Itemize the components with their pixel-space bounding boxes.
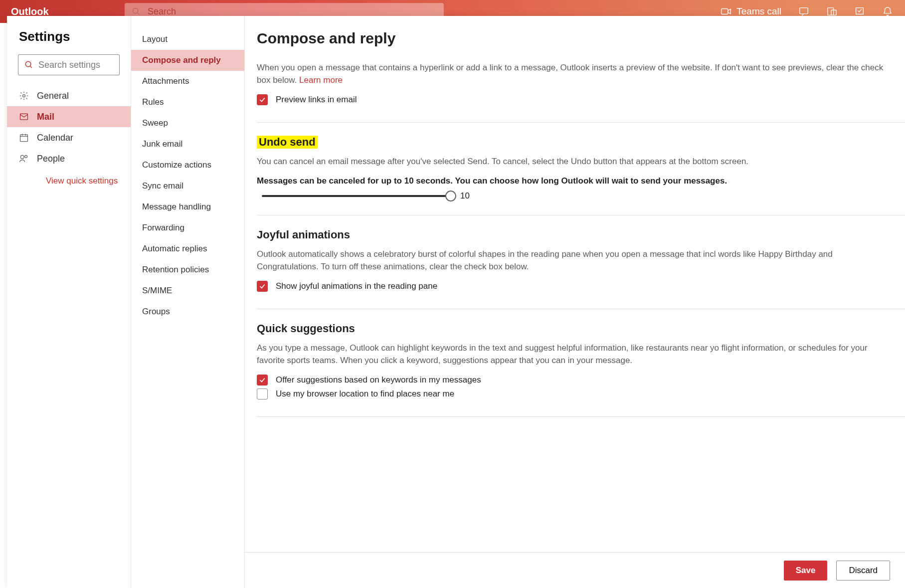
settings-footer: Save Discard <box>245 552 905 588</box>
video-icon <box>721 6 731 17</box>
section-joyful-animations: Joyful animations Outlook automatically … <box>257 228 905 309</box>
svg-point-14 <box>20 155 24 159</box>
subnav-label: S/MIME <box>142 286 172 296</box>
nav-item-calendar[interactable]: Calendar <box>7 127 131 148</box>
undo-send-slider[interactable] <box>262 195 451 197</box>
subnav-label: Message handling <box>142 202 211 212</box>
check-icon <box>259 377 266 384</box>
quick-chk1-label: Offer suggestions based on keywords in m… <box>276 375 481 385</box>
todo-icon[interactable] <box>854 6 865 17</box>
subnav-automatic-replies[interactable]: Automatic replies <box>131 238 244 259</box>
svg-rect-3 <box>800 8 808 14</box>
global-search-placeholder: Search <box>148 6 176 17</box>
section-undo-send: Undo send You can cancel an email messag… <box>257 136 905 215</box>
settings-panel: Settings Search settings General Mail Ca… <box>7 16 905 588</box>
settings-nav-secondary: Layout Compose and reply Attachments Rul… <box>131 16 245 588</box>
nav-item-general[interactable]: General <box>7 85 131 106</box>
subnav-label: Sync email <box>142 181 183 191</box>
undo-send-value: 10 <box>460 191 470 201</box>
settings-search[interactable]: Search settings <box>18 54 120 75</box>
quick-chk1[interactable] <box>257 375 268 386</box>
joyful-checkbox[interactable] <box>257 281 268 292</box>
mail-icon <box>19 112 29 122</box>
subnav-rules[interactable]: Rules <box>131 92 244 113</box>
link-preview-desc-text: When you open a message that contains a … <box>257 63 883 85</box>
subnav-junk-email[interactable]: Junk email <box>131 134 244 155</box>
subnav-sync-email[interactable]: Sync email <box>131 176 244 196</box>
teams-call-label: Teams call <box>736 6 781 17</box>
subnav-label: Customize actions <box>142 160 211 170</box>
subnav-label: Forwarding <box>142 223 184 233</box>
subnav-attachments[interactable]: Attachments <box>131 71 244 92</box>
nav-item-label: People <box>37 154 65 164</box>
subnav-label: Retention policies <box>142 265 209 275</box>
save-button[interactable]: Save <box>784 561 828 581</box>
search-icon <box>24 60 33 69</box>
subnav-groups[interactable]: Groups <box>131 301 244 322</box>
search-icon <box>132 7 141 16</box>
learn-more-link[interactable]: Learn more <box>299 75 343 85</box>
section-quick-suggestions: Quick suggestions As you type a message,… <box>257 322 905 417</box>
subnav-label: Rules <box>142 97 164 107</box>
subnav-message-handling[interactable]: Message handling <box>131 196 244 217</box>
nav-item-mail[interactable]: Mail <box>7 106 131 127</box>
check-icon <box>259 96 266 103</box>
joyful-heading: Joyful animations <box>257 228 885 241</box>
nav-item-label: General <box>37 91 69 101</box>
subnav-label: Compose and reply <box>142 55 221 65</box>
gear-icon <box>19 91 29 101</box>
my-day-icon[interactable] <box>826 6 837 17</box>
svg-point-0 <box>133 8 138 13</box>
notifications-icon[interactable] <box>882 6 893 17</box>
undo-send-heading: Undo send <box>257 136 318 149</box>
subnav-label: Layout <box>142 34 168 44</box>
svg-rect-10 <box>20 135 28 141</box>
svg-point-15 <box>25 155 27 158</box>
svg-line-1 <box>137 12 139 14</box>
settings-content: Compose and reply When you open a messag… <box>245 16 905 588</box>
subnav-retention-policies[interactable]: Retention policies <box>131 259 244 280</box>
quick-chk2-label: Use my browser location to find places n… <box>276 389 454 399</box>
undo-send-slider-label: Messages can be canceled for up to 10 se… <box>257 176 885 186</box>
quick-heading: Quick suggestions <box>257 322 885 335</box>
subnav-layout[interactable]: Layout <box>131 29 244 50</box>
svg-rect-2 <box>722 9 728 14</box>
nav-item-label: Mail <box>37 112 54 122</box>
settings-title: Settings <box>7 29 131 54</box>
preview-links-checkbox[interactable] <box>257 94 268 105</box>
page-title: Compose and reply <box>257 30 905 47</box>
subnav-label: Junk email <box>142 139 182 149</box>
teams-call-button[interactable]: Teams call <box>721 6 781 17</box>
subnav-compose-reply[interactable]: Compose and reply <box>131 50 244 71</box>
quick-desc: As you type a message, Outlook can highl… <box>257 342 885 367</box>
settings-search-placeholder: Search settings <box>38 60 100 70</box>
subnav-label: Automatic replies <box>142 244 207 254</box>
subnav-forwarding[interactable]: Forwarding <box>131 217 244 238</box>
view-quick-settings-link[interactable]: View quick settings <box>7 169 131 186</box>
svg-point-8 <box>23 95 25 97</box>
joyful-desc: Outlook automatically shows a celebrator… <box>257 248 885 273</box>
calendar-icon <box>19 133 29 143</box>
chat-icon[interactable] <box>798 6 809 17</box>
svg-line-7 <box>30 66 32 68</box>
subnav-customize-actions[interactable]: Customize actions <box>131 155 244 176</box>
quick-chk2[interactable] <box>257 389 268 399</box>
nav-item-label: Calendar <box>37 133 73 143</box>
settings-nav-primary: Settings Search settings General Mail Ca… <box>7 16 131 588</box>
link-preview-desc: When you open a message that contains a … <box>257 62 885 86</box>
people-icon <box>19 154 29 164</box>
subnav-label: Groups <box>142 307 170 317</box>
preview-links-label: Preview links in email <box>276 95 357 105</box>
subnav-label: Attachments <box>142 76 189 86</box>
check-icon <box>259 283 266 290</box>
joyful-checkbox-label: Show joyful animations in the reading pa… <box>276 281 437 291</box>
nav-item-people[interactable]: People <box>7 148 131 169</box>
undo-send-desc: You can cancel an email message after yo… <box>257 156 885 168</box>
discard-button[interactable]: Discard <box>836 561 890 581</box>
subnav-smime[interactable]: S/MIME <box>131 280 244 301</box>
slider-thumb[interactable] <box>445 191 456 201</box>
svg-rect-4 <box>828 8 834 15</box>
subnav-label: Sweep <box>142 118 168 128</box>
subnav-sweep[interactable]: Sweep <box>131 113 244 134</box>
svg-rect-9 <box>20 114 28 120</box>
